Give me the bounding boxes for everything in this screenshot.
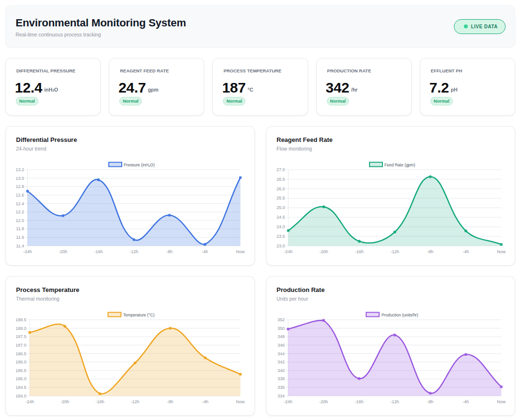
svg-text:25.5: 25.5 <box>276 196 285 200</box>
svg-text:342: 342 <box>277 360 284 364</box>
svg-text:12.6: 12.6 <box>16 193 24 198</box>
svg-text:11.6: 11.6 <box>16 235 24 240</box>
svg-text:13.0: 13.0 <box>16 176 24 181</box>
svg-text:-20h: -20h <box>60 399 69 404</box>
svg-text:-16h: -16h <box>355 399 363 404</box>
svg-text:12.0: 12.0 <box>16 218 24 223</box>
svg-text:Now: Now <box>236 249 245 254</box>
svg-text:187.0: 187.0 <box>15 343 26 348</box>
svg-text:-12h: -12h <box>131 399 139 404</box>
svg-text:-24h: -24h <box>23 249 32 254</box>
svg-text:27.0: 27.0 <box>276 167 285 172</box>
svg-text:12.2: 12.2 <box>16 210 24 214</box>
svg-text:Now: Now <box>236 399 245 404</box>
svg-text:Temperature (°C): Temperature (°C) <box>123 313 154 317</box>
svg-text:-12h: -12h <box>390 249 399 254</box>
svg-text:185.5: 185.5 <box>15 368 26 373</box>
svg-text:-16h: -16h <box>355 249 363 254</box>
svg-text:348: 348 <box>277 334 284 339</box>
svg-text:-4h: -4h <box>462 399 469 404</box>
svg-text:185.0: 185.0 <box>15 376 26 381</box>
svg-text:-8h: -8h <box>427 249 433 254</box>
svg-text:340: 340 <box>277 368 284 373</box>
svg-text:334: 334 <box>277 394 284 398</box>
svg-text:187.5: 187.5 <box>15 334 26 339</box>
svg-text:-16h: -16h <box>94 249 103 254</box>
svg-text:-12h: -12h <box>390 399 399 404</box>
svg-text:188.0: 188.0 <box>15 326 26 331</box>
svg-text:-16h: -16h <box>96 399 104 404</box>
svg-text:184.5: 184.5 <box>15 385 26 390</box>
svg-text:23.0: 23.0 <box>276 244 285 248</box>
svg-text:186.5: 186.5 <box>15 351 26 356</box>
svg-text:-12h: -12h <box>129 249 138 254</box>
svg-text:11.4: 11.4 <box>16 244 24 248</box>
svg-text:338: 338 <box>277 376 284 381</box>
svg-text:-24h: -24h <box>284 249 292 254</box>
svg-text:Feed Rate (gpm): Feed Rate (gpm) <box>384 163 415 167</box>
svg-text:-24h: -24h <box>283 399 292 404</box>
svg-text:Now: Now <box>497 249 506 254</box>
svg-text:336: 336 <box>277 385 284 390</box>
svg-text:-4h: -4h <box>202 249 208 254</box>
svg-text:23.5: 23.5 <box>276 234 285 239</box>
svg-text:12.8: 12.8 <box>16 184 24 189</box>
svg-text:184.0: 184.0 <box>15 394 26 398</box>
svg-text:-20h: -20h <box>319 249 328 254</box>
svg-text:-8h: -8h <box>167 399 173 404</box>
svg-text:186.0: 186.0 <box>15 360 26 364</box>
svg-text:352: 352 <box>277 317 284 322</box>
svg-text:-24h: -24h <box>25 399 34 404</box>
svg-text:-20h: -20h <box>58 249 67 254</box>
svg-text:25.0: 25.0 <box>276 205 285 210</box>
svg-text:-4h: -4h <box>462 249 469 254</box>
svg-text:11.8: 11.8 <box>16 226 24 231</box>
svg-text:26.0: 26.0 <box>276 187 285 191</box>
svg-text:346: 346 <box>277 343 284 348</box>
svg-text:344: 344 <box>277 351 284 356</box>
svg-text:Pressure (inH2O): Pressure (inH2O) <box>124 163 155 168</box>
svg-text:-4h: -4h <box>202 399 208 404</box>
svg-text:350: 350 <box>277 326 284 331</box>
svg-text:24.5: 24.5 <box>276 215 285 220</box>
svg-text:188.5: 188.5 <box>15 317 26 322</box>
svg-text:13.2: 13.2 <box>16 167 24 172</box>
svg-text:24.0: 24.0 <box>276 224 285 229</box>
svg-text:-8h: -8h <box>166 249 173 254</box>
svg-text:-20h: -20h <box>319 399 328 404</box>
svg-text:Now: Now <box>497 399 506 404</box>
svg-text:26.5: 26.5 <box>276 177 285 182</box>
svg-text:Production (units/hr): Production (units/hr) <box>381 313 418 317</box>
svg-text:-8h: -8h <box>427 399 433 404</box>
svg-text:12.4: 12.4 <box>16 201 24 206</box>
